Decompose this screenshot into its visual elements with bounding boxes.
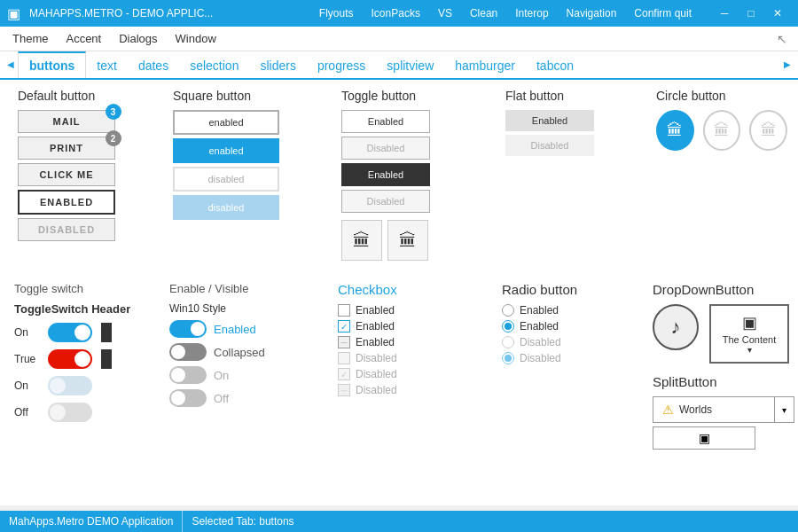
statusbar: MahApps.Metro DEMO Application Selected … (0, 511, 798, 532)
nav-interop[interactable]: Interop (506, 0, 557, 27)
clickme-button[interactable]: CLICK ME (18, 163, 115, 186)
checkbox-2[interactable]: ─ (338, 336, 350, 348)
print-button[interactable]: PRINT 2 (18, 137, 115, 160)
split-warning-icon: ⚠ (662, 403, 674, 417)
checkbox-row-1: ✓ Enabled (338, 320, 502, 332)
square-enabled-button[interactable]: enabled (173, 110, 279, 135)
disabled-button: DISABLED (18, 218, 115, 241)
minimize-button[interactable]: ─ (711, 0, 738, 27)
radio-1[interactable] (502, 320, 514, 332)
scroll-left-button[interactable]: ◀ (4, 51, 18, 78)
checkbox-4: ✓ (338, 368, 350, 380)
radio-0[interactable] (502, 304, 514, 317)
tab-text[interactable]: text (86, 53, 128, 78)
bottom-demos: Toggle switch ToggleSwitch Header On Tru… (14, 282, 784, 450)
toggle-switch-section: Toggle switch ToggleSwitch Header On Tru… (14, 282, 169, 450)
split-main-button[interactable]: ⚠ Worlds (653, 396, 775, 423)
menu-theme[interactable]: Theme (4, 27, 57, 51)
checkbox-title: Checkbox (338, 282, 502, 297)
dropdown-icon: ▣ (742, 313, 757, 332)
close-button[interactable]: ✕ (764, 0, 791, 27)
mail-button[interactable]: MAIL 3 (18, 110, 115, 133)
tabbar: ◀ buttons text dates selection sliders p… (0, 51, 798, 80)
flat-disabled-button: Disabled (505, 135, 594, 156)
square-button-group: Square button enabled enabled disabled d… (169, 89, 338, 264)
toggle-red-switch[interactable] (48, 349, 92, 369)
split-extra-row[interactable]: ▣ (653, 426, 755, 450)
circle-button-group: Circle button 🏛 🏛 🏛 (653, 89, 794, 264)
tab-progress[interactable]: progress (307, 53, 376, 78)
toggle-on-switch[interactable] (48, 323, 92, 342)
toggle-label-on: On (14, 326, 41, 339)
win10-collapsed-toggle[interactable] (169, 343, 207, 361)
main-content: Default button MAIL 3 PRINT 2 CLICK ME E… (0, 80, 798, 505)
win10-enabled-toggle[interactable] (169, 320, 207, 338)
nav-navigation[interactable]: Navigation (558, 0, 626, 27)
tab-splitview[interactable]: splitview (376, 53, 444, 78)
radio-row-1: Enabled (502, 320, 653, 332)
enable-visible-section: Enable / Visible Win10 Style Enabled Col… (169, 282, 338, 450)
tab-tabcon[interactable]: tabcon (526, 53, 584, 78)
toggle-enabled-button[interactable]: Enabled (341, 110, 430, 133)
toggle-label-off: Off (14, 406, 41, 419)
tab-hamburger[interactable]: hamburger (444, 53, 526, 78)
toggle-icon-button-1[interactable]: 🏛 (341, 220, 382, 261)
square-button-title: Square button (173, 89, 334, 103)
music-circle-button[interactable]: ♪ (653, 304, 699, 350)
toggle-button-title: Toggle button (341, 89, 498, 103)
win10-disabled-off-knob (171, 391, 185, 405)
toggle-row-true: True (14, 349, 169, 369)
tab-dates[interactable]: dates (128, 53, 179, 78)
radio-label-3: Disabled (520, 352, 561, 364)
split-arrow-button[interactable]: ▾ (775, 396, 794, 423)
menu-window[interactable]: Window (167, 27, 225, 51)
dropdown-button-title: DropDownButton (653, 282, 794, 297)
toggle-row-off: Off (14, 403, 169, 422)
split-button-row: ⚠ Worlds ▾ (653, 396, 794, 423)
scroll-right-button[interactable]: ▶ (780, 51, 794, 78)
radio-button-title: Radio button (502, 282, 653, 297)
checkbox-1[interactable]: ✓ (338, 320, 350, 332)
enable-disabled-off-row: Off (169, 389, 338, 407)
checkbox-label-4: Disabled (356, 368, 397, 380)
nav-iconpacks[interactable]: IconPacks (363, 0, 429, 27)
cursor-icon: ↖ (777, 32, 787, 46)
nav-confirm-quit[interactable]: Confirm quit (625, 0, 700, 27)
menu-dialogs[interactable]: Dialogs (110, 27, 166, 51)
toggle-disabled-button: Disabled (341, 137, 430, 160)
toggle-icon-button-2[interactable]: 🏛 (387, 220, 428, 261)
maximize-button[interactable]: □ (738, 0, 764, 27)
split-chevron-icon: ▾ (782, 405, 786, 415)
enable-enabled-row: Enabled (169, 320, 338, 338)
enable-visible-subtitle: Win10 Style (169, 302, 338, 315)
radio-inner-3 (505, 355, 512, 362)
toggle-row-on2: On (14, 376, 169, 395)
mail-badge: 3 (106, 104, 121, 120)
app-icon: ▣ (7, 5, 20, 22)
default-button-title: Default button (18, 89, 166, 103)
dropdown-content-button[interactable]: ▣ The Content ▾ (709, 304, 789, 364)
checkbox-label-0: Enabled (356, 304, 395, 317)
toggle-lightgray-knob (50, 404, 66, 420)
tab-selection[interactable]: selection (179, 53, 249, 78)
toggle-switch-title: Toggle switch (14, 282, 169, 295)
radio-button-section: Radio button Enabled Enabled Disabled Di… (502, 282, 653, 450)
radio-label-2: Disabled (520, 336, 561, 348)
enable-collapsed-row: Collapsed (169, 343, 338, 361)
menu-accent[interactable]: Accent (57, 27, 110, 51)
circle-button-1[interactable]: 🏛 (656, 110, 694, 151)
tab-sliders[interactable]: sliders (249, 53, 306, 78)
nav-vs[interactable]: VS (429, 0, 461, 27)
nav-clean[interactable]: Clean (461, 0, 506, 27)
win10-disabled-off-toggle (169, 389, 207, 407)
nav-flyouts[interactable]: Flyouts (310, 0, 363, 27)
tab-buttons[interactable]: buttons (18, 51, 86, 78)
enabled-button[interactable]: ENABLED (18, 190, 115, 215)
checkbox-0[interactable] (338, 304, 350, 317)
flat-enabled-button[interactable]: Enabled (505, 110, 594, 131)
toggle-label-on2: On (14, 379, 41, 392)
split-button-title: SplitButton (653, 374, 794, 389)
toggle-active-button[interactable]: Enabled (341, 163, 430, 186)
circle-button-3: 🏛 (749, 110, 787, 151)
square-active-button[interactable]: enabled (173, 138, 279, 163)
